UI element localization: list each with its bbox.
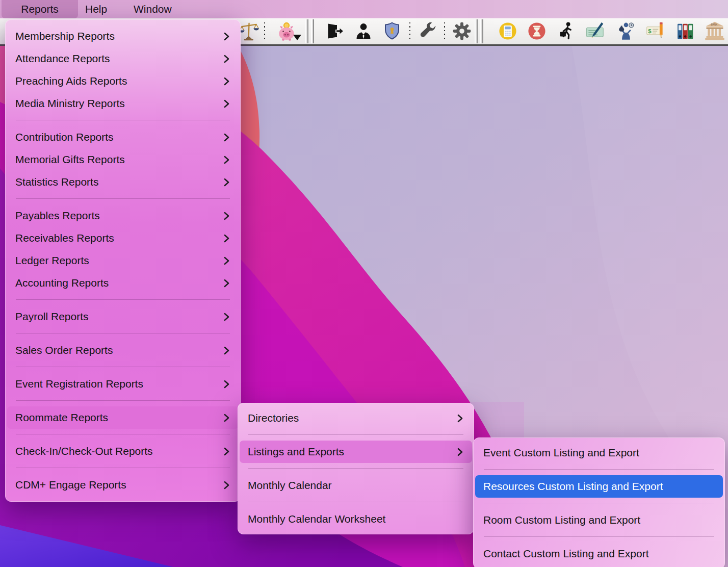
chevron-right-icon [224,156,229,164]
menu-item-label: Attendance Reports [15,53,224,65]
menu-item-label: Monthly Calendar [248,479,463,492]
menu-item-label: Contribution Reports [15,131,224,143]
menubar-item-help[interactable]: Help [85,0,107,18]
menu-separator [248,502,463,502]
menu-item-sales-order-reports[interactable]: Sales Order Reports [5,339,241,362]
menu-separator [16,299,230,300]
payroll-person-icon[interactable] [615,19,638,43]
menu-item-contribution-reports[interactable]: Contribution Reports [5,126,241,148]
menu-item-label: Resources Custom Listing and Export [483,480,714,493]
menu-item-memorial-gifts-reports[interactable]: Memorial Gifts Reports [5,148,241,171]
chevron-right-icon [224,447,229,456]
menu-item-label: Check-In/Check-Out Reports [15,445,224,457]
menu-item-preaching-aids-reports[interactable]: Preaching Aids Reports [5,70,241,92]
menu-item-payables-reports[interactable]: Payables Reports [5,204,241,227]
menu-item-label: Event Registration Reports [15,378,224,390]
chevron-right-icon [457,448,463,456]
menu-separator [248,434,463,435]
menu-separator [16,468,230,468]
menu-item-media-ministry-reports[interactable]: Media Ministry Reports [5,92,241,115]
menu-separator [16,434,230,434]
menu-item-label: Listings and Exports [248,446,457,458]
check-pencil-icon[interactable]: $ [644,19,667,43]
menu-item-listings-and-exports[interactable]: Listings and Exports [240,441,472,463]
chevron-right-icon [224,178,229,187]
menu-item-payroll-reports[interactable]: Payroll Reports [5,305,241,328]
visitor-walking-icon[interactable] [555,19,579,43]
menu-item-directories[interactable]: Directories [238,407,474,429]
menu-separator [484,469,714,470]
menu-item-event-registration-reports[interactable]: Event Registration Reports [5,373,241,395]
menu-item-label: Monthly Calendar Worksheet [248,513,463,525]
menu-item-statistics-reports[interactable]: Statistics Reports [5,171,241,193]
menu-bar: Reports Help Window [0,0,728,18]
bank-icon[interactable]: BANK [703,19,726,43]
menu-item-check-in-check-out-reports[interactable]: Check-In/Check-Out Reports [5,440,241,462]
toolbar-separator-dotted [409,22,410,40]
calculator-icon[interactable] [496,19,519,43]
menu-item-label: Roommate Reports [15,411,224,424]
toolbar-separator-bars [305,19,314,43]
chevron-right-icon [224,234,229,243]
svg-text:BANK: BANK [711,23,718,26]
roommate-reports-submenu: Directories Listings and Exports Monthly… [238,403,474,534]
chevron-right-icon [224,212,229,220]
menu-item-label: Contact Custom Listing and Export [483,548,714,560]
chevron-right-icon [224,380,229,389]
menu-item-label: Membership Reports [15,30,224,42]
chevron-right-icon [224,346,229,355]
check-writing-icon[interactable] [584,19,607,43]
menu-item-label: Preaching Aids Reports [15,75,224,87]
menu-separator [16,198,230,199]
menu-item-accounting-reports[interactable]: Accounting Reports [5,272,241,294]
security-shield-icon[interactable] [380,19,404,43]
chevron-right-icon [224,481,229,489]
hourglass-icon[interactable] [525,19,549,43]
menu-item-cdm-engage-reports[interactable]: CDM+ Engage Reports [5,474,241,496]
binders-icon[interactable] [674,19,697,43]
chevron-right-icon [224,133,229,142]
chevron-right-icon [457,414,463,423]
menu-item-monthly-calendar[interactable]: Monthly Calendar [238,474,474,497]
menu-separator [484,536,714,537]
menu-item-label: Media Ministry Reports [15,97,224,110]
menu-item-monthly-calendar-worksheet[interactable]: Monthly Calendar Worksheet [238,508,474,530]
menu-item-contact-custom-listing-and-export[interactable]: Contact Custom Listing and Export [473,543,725,565]
toolbar-separator-dotted [264,22,265,40]
toolbar-separator-dotted [444,22,445,40]
menu-item-room-custom-listing-and-export[interactable]: Room Custom Listing and Export [473,509,725,531]
menu-item-label: Directories [248,412,457,424]
menu-item-membership-reports[interactable]: Membership Reports [5,25,241,47]
listings-and-exports-submenu: Event Custom Listing and Export Resource… [473,437,725,567]
chevron-right-icon [224,99,229,108]
menu-item-roommate-reports[interactable]: Roommate Reports [7,406,239,429]
gear-icon[interactable] [450,19,474,43]
reports-menu: Membership Reports Attendance Reports Pr… [5,19,241,502]
menu-item-label: Accounting Reports [15,277,224,289]
chevron-right-icon [224,77,229,86]
menu-item-label: Statistics Reports [15,176,224,188]
toolbar-separator-bars [475,19,483,43]
menubar-item-reports[interactable]: Reports [2,0,78,18]
chevron-right-icon [224,256,229,265]
menu-item-attendance-reports[interactable]: Attendance Reports [5,47,241,70]
piggy-bank-dropdown-icon[interactable] [293,35,301,40]
menu-item-ledger-reports[interactable]: Ledger Reports [5,249,241,272]
menu-item-label: Event Custom Listing and Export [483,447,714,459]
menu-item-resources-custom-listing-and-export[interactable]: Resources Custom Listing and Export [475,475,723,498]
menu-item-event-custom-listing-and-export[interactable]: Event Custom Listing and Export [473,442,725,464]
wrench-icon[interactable] [417,19,440,43]
menu-item-label: Payables Reports [15,210,224,222]
chevron-right-icon [224,32,229,41]
menu-item-receivables-reports[interactable]: Receivables Reports [5,227,241,249]
menu-item-label: Receivables Reports [15,232,224,244]
menu-separator [248,468,463,469]
chevron-right-icon [224,55,229,63]
user-icon[interactable] [352,19,375,43]
menubar-item-window[interactable]: Window [134,0,172,18]
svg-text:$: $ [648,28,652,34]
sign-out-door-icon[interactable] [323,19,346,43]
menu-item-label: CDM+ Engage Reports [15,479,224,491]
chevron-right-icon [224,313,229,321]
desktop: $ [0,0,728,567]
